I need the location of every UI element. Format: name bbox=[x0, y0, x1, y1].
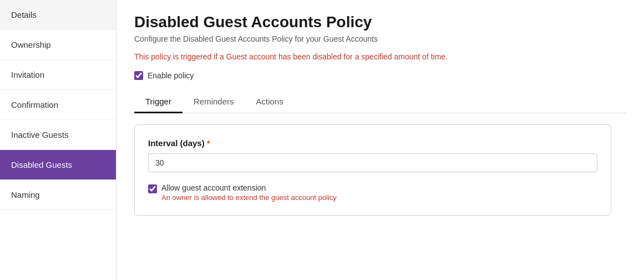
extension-checkbox-row: Allow guest account extension An owner i… bbox=[148, 183, 597, 202]
page-subtitle: Configure the Disabled Guest Accounts Po… bbox=[134, 34, 626, 43]
policy-info: This policy is triggered if a Guest acco… bbox=[134, 52, 626, 61]
enable-policy-checkbox[interactable] bbox=[134, 71, 143, 80]
trigger-card: Interval (days)* Allow guest account ext… bbox=[134, 124, 611, 216]
tabs-container: TriggerRemindersActions bbox=[134, 91, 626, 113]
sidebar-item-naming[interactable]: Naming bbox=[0, 180, 116, 210]
required-star: * bbox=[207, 138, 210, 148]
main-content: Disabled Guest Accounts Policy Configure… bbox=[116, 0, 644, 280]
extension-label-group: Allow guest account extension An owner i… bbox=[161, 183, 337, 202]
sidebar-item-confirmation[interactable]: Confirmation bbox=[0, 90, 116, 120]
sidebar-item-inactive-guests[interactable]: Inactive Guests bbox=[0, 120, 116, 150]
sidebar-item-invitation[interactable]: Invitation bbox=[0, 60, 116, 90]
allow-extension-checkbox[interactable] bbox=[148, 184, 157, 193]
tab-trigger[interactable]: Trigger bbox=[134, 91, 182, 113]
sidebar-item-ownership[interactable]: Ownership bbox=[0, 30, 116, 60]
sidebar-item-disabled-guests[interactable]: Disabled Guests bbox=[0, 150, 116, 180]
page-title: Disabled Guest Accounts Policy bbox=[134, 13, 626, 31]
sidebar-item-details[interactable]: Details bbox=[0, 0, 116, 30]
extension-label[interactable]: Allow guest account extension bbox=[161, 183, 337, 192]
tab-reminders[interactable]: Reminders bbox=[182, 91, 245, 113]
tab-actions[interactable]: Actions bbox=[245, 91, 295, 113]
enable-policy-label[interactable]: Enable policy bbox=[148, 71, 194, 80]
enable-policy-row: Enable policy bbox=[134, 71, 626, 80]
interval-field-label: Interval (days)* bbox=[148, 138, 597, 148]
interval-input[interactable] bbox=[148, 153, 597, 172]
sidebar: DetailsOwnershipInvitationConfirmationIn… bbox=[0, 0, 116, 280]
extension-desc: An owner is allowed to extend the guest … bbox=[161, 193, 337, 202]
